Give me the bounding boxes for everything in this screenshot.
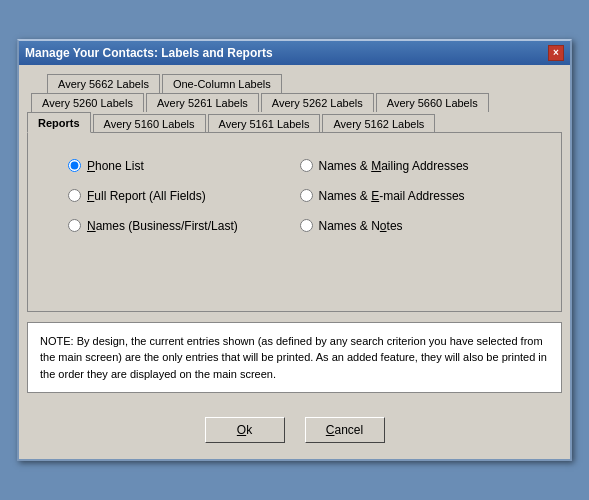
close-button[interactable]: × [548, 45, 564, 61]
radio-names-email[interactable] [300, 189, 313, 202]
radio-item-names-mailing: Names & Mailing Addresses [300, 159, 522, 173]
tab-avery5162[interactable]: Avery 5162 Labels [322, 114, 435, 133]
window-body: Avery 5662 Labels One-Column Labels Aver… [19, 65, 570, 460]
ok-button[interactable]: Ok [205, 417, 285, 443]
tab-avery5660[interactable]: Avery 5660 Labels [376, 93, 489, 112]
tab-content: Phone List Names & Mailing Addresses Ful… [27, 132, 562, 312]
tab-avery5261[interactable]: Avery 5261 Labels [146, 93, 259, 112]
tab-avery5160[interactable]: Avery 5160 Labels [93, 114, 206, 133]
label-names-business[interactable]: Names (Business/First/Last) [87, 219, 238, 233]
tab-avery5260[interactable]: Avery 5260 Labels [31, 93, 144, 112]
radio-item-names-business: Names (Business/First/Last) [68, 219, 290, 233]
tab-row-2: Avery 5260 Labels Avery 5261 Labels Aver… [27, 92, 562, 111]
tab-reports[interactable]: Reports [27, 112, 91, 133]
radio-item-phone-list: Phone List [68, 159, 290, 173]
button-row: Ok Cancel [27, 403, 562, 451]
radio-item-names-notes: Names & Notes [300, 219, 522, 233]
tab-avery5161[interactable]: Avery 5161 Labels [208, 114, 321, 133]
label-names-mailing[interactable]: Names & Mailing Addresses [319, 159, 469, 173]
label-full-report[interactable]: Full Report (All Fields) [87, 189, 206, 203]
label-names-email[interactable]: Names & E-mail Addresses [319, 189, 465, 203]
radio-full-report[interactable] [68, 189, 81, 202]
note-box: NOTE: By design, the current entries sho… [27, 322, 562, 394]
radio-names-mailing[interactable] [300, 159, 313, 172]
label-phone-list[interactable]: Phone List [87, 159, 144, 173]
title-bar: Manage Your Contacts: Labels and Reports… [19, 41, 570, 65]
radio-item-names-email: Names & E-mail Addresses [300, 189, 522, 203]
label-names-notes[interactable]: Names & Notes [319, 219, 403, 233]
main-window: Manage Your Contacts: Labels and Reports… [17, 39, 572, 462]
tab-row-1: Avery 5662 Labels One-Column Labels [27, 73, 562, 92]
window-title: Manage Your Contacts: Labels and Reports [25, 46, 273, 60]
note-text: NOTE: By design, the current entries sho… [40, 335, 547, 380]
tab-avery5262[interactable]: Avery 5262 Labels [261, 93, 374, 112]
radio-phone-list[interactable] [68, 159, 81, 172]
radio-names-notes[interactable] [300, 219, 313, 232]
radio-names-business[interactable] [68, 219, 81, 232]
radio-grid: Phone List Names & Mailing Addresses Ful… [48, 149, 541, 243]
tab-row-3: Reports Avery 5160 Labels Avery 5161 Lab… [27, 111, 562, 132]
tab-avery5662[interactable]: Avery 5662 Labels [47, 74, 160, 93]
radio-item-full-report: Full Report (All Fields) [68, 189, 290, 203]
cancel-button[interactable]: Cancel [305, 417, 385, 443]
tab-one-column[interactable]: One-Column Labels [162, 74, 282, 93]
